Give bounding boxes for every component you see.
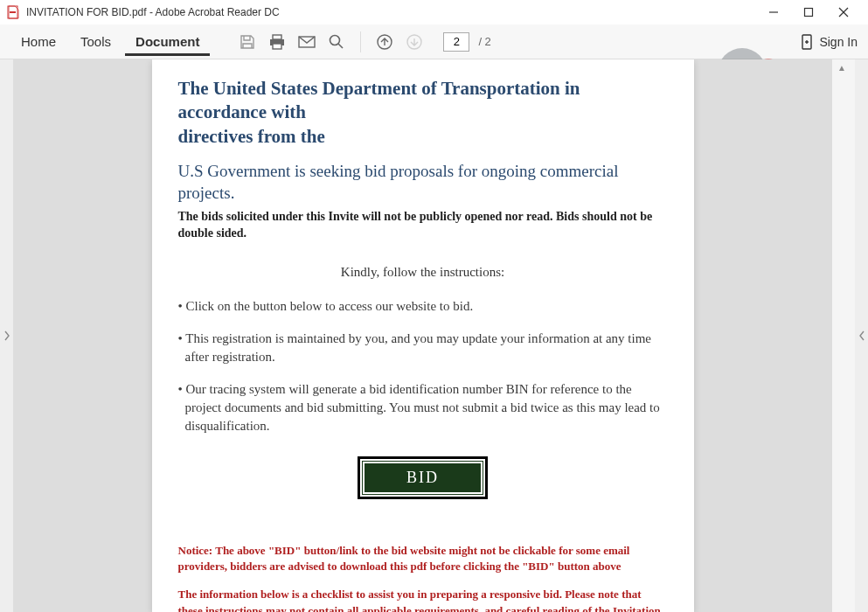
minimize-button[interactable] <box>756 0 791 24</box>
page-number-input[interactable] <box>443 32 469 52</box>
bullet-3: • Our tracing system will generate a bid… <box>178 380 668 435</box>
sign-in-icon <box>800 33 814 51</box>
document-area[interactable]: The United States Department of Transpor… <box>13 59 832 612</box>
bid-button-label: BID <box>363 462 483 494</box>
main-toolbar: Home Tools Document / 2 Sign In <box>0 24 868 59</box>
tab-tools[interactable]: Tools <box>70 27 122 56</box>
scroll-up-icon[interactable]: ▲ <box>837 63 846 73</box>
scrollbar-gutter[interactable]: ▲ <box>832 59 855 612</box>
svg-line-11 <box>338 44 343 48</box>
bullet-2: • This registration is maintained by you… <box>178 330 668 366</box>
tab-home[interactable]: Home <box>10 27 66 56</box>
tab-document[interactable]: Document <box>125 27 210 56</box>
doc-heading-1: The United States Department of Transpor… <box>178 77 668 149</box>
doc-heading-2: U.S Government is seeking bid proposals … <box>178 161 668 204</box>
left-panel-toggle[interactable] <box>0 59 13 612</box>
sign-in-label: Sign In <box>819 35 858 49</box>
svg-rect-3 <box>805 9 813 17</box>
window-title: INVITATION FOR BID.pdf - Adobe Acrobat R… <box>26 6 756 18</box>
page-up-icon[interactable] <box>372 29 398 55</box>
close-button[interactable] <box>826 0 861 24</box>
svg-point-10 <box>330 35 340 45</box>
print-icon[interactable] <box>264 29 290 55</box>
page-total: / 2 <box>478 35 490 48</box>
document-viewer: The United States Department of Transpor… <box>0 59 868 612</box>
svg-rect-8 <box>273 44 281 49</box>
bid-button[interactable]: BID <box>358 456 488 499</box>
pdf-file-icon <box>7 5 21 19</box>
save-icon[interactable] <box>234 29 260 55</box>
maximize-button[interactable] <box>791 0 826 24</box>
instructions-title: Kindly, follow the instructions: <box>178 265 668 280</box>
bullet-1: • Click on the button below to access ou… <box>178 297 668 316</box>
page-down-icon[interactable] <box>401 29 427 55</box>
sign-in-button[interactable]: Sign In <box>800 33 858 51</box>
toolbar-separator <box>360 31 361 52</box>
pdf-page: The United States Department of Transpor… <box>152 59 694 612</box>
svg-rect-6 <box>273 35 281 39</box>
right-panel-toggle[interactable] <box>855 59 868 612</box>
window-controls <box>756 0 861 24</box>
checklist-text: The information below is a checklist to … <box>178 587 668 612</box>
doc-bold-note: The bids solicited under this Invite wil… <box>178 209 668 242</box>
search-icon[interactable] <box>323 29 350 55</box>
svg-rect-1 <box>10 11 16 13</box>
notice-text: Notice: The above "BID" button/link to t… <box>178 543 668 574</box>
window-titlebar: INVITATION FOR BID.pdf - Adobe Acrobat R… <box>0 0 868 24</box>
email-icon[interactable] <box>294 29 320 55</box>
